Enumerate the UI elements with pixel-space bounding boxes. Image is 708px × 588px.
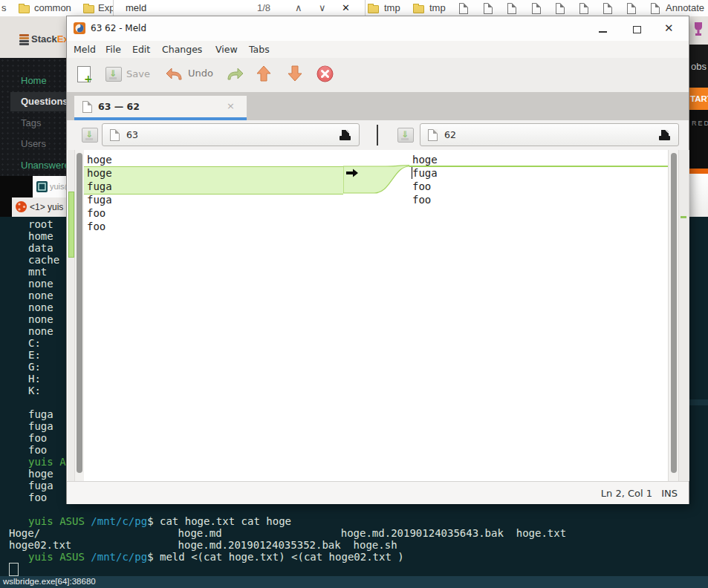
menu-meld[interactable]: Meld <box>74 44 96 55</box>
terminal-tabbar: <1> yuis <box>0 197 67 217</box>
menu-view[interactable]: View <box>215 44 238 55</box>
doc-tab-icon[interactable] <box>627 3 636 14</box>
file-actions-icon[interactable] <box>658 130 671 141</box>
change-marker[interactable] <box>68 192 74 258</box>
orange-strip <box>689 169 708 174</box>
doc-tab-icon[interactable] <box>459 3 468 14</box>
right-file-button[interactable]: 62 <box>420 123 679 146</box>
stop-icon <box>316 65 334 82</box>
maximize-button[interactable] <box>633 26 641 33</box>
doc-tab-icon[interactable] <box>507 3 516 14</box>
menu-file[interactable]: File <box>105 44 121 55</box>
terminal-line: fuga <box>28 480 53 491</box>
meld-statusbar: Ln 2, Col 1 INS <box>67 481 689 504</box>
sidebar-item-home[interactable]: Home <box>21 75 47 86</box>
previous-change-button[interactable] <box>256 65 271 85</box>
stop-button[interactable] <box>316 65 334 85</box>
doc-tab-icon[interactable] <box>532 3 541 14</box>
tab-close-icon[interactable]: × <box>227 100 235 111</box>
terminal-line: H: <box>28 373 41 385</box>
tab-common[interactable]: common <box>34 2 71 13</box>
doc-tab-icon[interactable] <box>556 3 565 14</box>
terminal-tab-label[interactable]: <1> yuis <box>30 202 63 212</box>
sidebar-item-tags[interactable]: Tags <box>21 117 41 128</box>
chunk-link-shape <box>343 150 409 481</box>
meld-titlebar[interactable]: 63 62 - Meld ✕ <box>67 16 689 41</box>
tab-label: 63 — 62 <box>98 101 140 112</box>
stackexchange-logo[interactable]: StackExc <box>31 33 67 45</box>
terminal-line: root <box>28 218 53 230</box>
save-left-icon[interactable]: ⇓ <box>82 128 98 143</box>
find-prev-icon[interactable]: ∧ <box>295 2 302 13</box>
arrow-up-icon <box>256 65 271 82</box>
tab-tmp-1[interactable]: tmp <box>384 2 400 13</box>
terminal-line: data <box>28 242 53 254</box>
meld-toolbar: + ⇓ Save Undo <box>67 58 689 93</box>
change-tick[interactable] <box>681 216 686 218</box>
doc-tab-icon[interactable] <box>603 3 612 14</box>
find-query[interactable]: meld <box>126 2 146 13</box>
folder-icon <box>368 5 379 13</box>
right-scrollbar-thumb[interactable] <box>671 153 677 473</box>
save-icon: ⇓ <box>105 67 122 82</box>
redo-button[interactable] <box>225 64 244 86</box>
page-icon <box>428 129 438 141</box>
left-scrollbar-thumb[interactable] <box>77 153 82 473</box>
terminal-line: cache <box>28 254 59 266</box>
terminal-line: E: <box>28 349 41 361</box>
doc-tab-icon[interactable] <box>651 3 660 14</box>
right-text-pane[interactable]: hoge fuga foo foo <box>409 150 668 481</box>
terminal-line: fuga <box>28 420 53 432</box>
sidebar-item-questions[interactable]: Questions <box>21 96 68 107</box>
menu-tabs[interactable]: Tabs <box>249 44 270 55</box>
terminal-line: none <box>28 313 53 325</box>
terminal-bottom: yuis ASUS /mnt/c/pg$ cat hoge.txt cat ho… <box>0 503 708 576</box>
terminal-cursor <box>9 563 19 576</box>
start-button-fragment[interactable]: TART <box>689 88 708 110</box>
terminal-statusbar: wslbridge.exe[64]:38680 <box>0 576 708 588</box>
menu-changes[interactable]: Changes <box>162 44 202 55</box>
undo-button[interactable]: Undo <box>165 64 184 86</box>
terminal-line: foo <box>28 432 47 444</box>
save-right-icon[interactable]: ⇓ <box>397 128 414 143</box>
jobs-fragment: obs <box>689 45 708 88</box>
new-comparison-icon[interactable]: + <box>77 66 91 82</box>
insert-mode-indicator: INS <box>661 488 678 499</box>
sidebar-item-users[interactable]: Users <box>21 138 46 149</box>
meld-tabstrip: 63 — 62 × <box>67 92 689 121</box>
terminal-ls-line: Hoge/ hoge.md hoge.md.20190124035643.bak… <box>9 527 566 539</box>
diff-line: fuga <box>87 180 112 193</box>
stackexchange-sidebar: Home Questions Tags Users Unanswered <box>0 58 67 176</box>
terminal-prompt-line: yuis ASUS /mnt/c/pg$ meld <(cat hoge.txt… <box>28 551 404 563</box>
text-cursor <box>412 167 412 179</box>
tab-tmp-2[interactable]: tmp <box>429 2 446 13</box>
left-file-label: 63 <box>126 129 138 140</box>
meld-menubar: Meld File Edit Changes View Tabs <box>67 41 689 59</box>
doc-tab-icon[interactable] <box>579 3 588 14</box>
insertion-line <box>409 166 668 167</box>
left-file-button[interactable]: 63 <box>102 123 360 146</box>
pane-splitter[interactable] <box>377 125 378 146</box>
diff-line: foo <box>87 220 105 233</box>
terminal-line: foo <box>28 444 47 456</box>
find-close-icon[interactable]: ✕ <box>342 2 350 13</box>
push-change-arrow-icon[interactable] <box>345 168 359 178</box>
folder-icon <box>19 5 30 13</box>
find-bar: meld 1/8 ∧ ∨ ✕ <box>113 0 366 16</box>
diff-line: fuga <box>87 193 112 206</box>
partial-tab-label[interactable]: s <box>1 2 7 13</box>
menu-edit[interactable]: Edit <box>132 44 150 55</box>
terminal-status-text: wslbridge.exe[64]:38680 <box>3 577 96 586</box>
doc-tab-icon[interactable] <box>484 3 493 14</box>
find-next-icon[interactable]: ∨ <box>319 2 326 13</box>
editor-tab-bar: s common Exp meld 1/8 ∧ ∨ ✕ tmp tmp Anno… <box>0 0 708 17</box>
close-button[interactable]: ✕ <box>664 22 674 35</box>
terminal-titlebar: yuis@DES <box>0 176 67 197</box>
left-text-pane[interactable]: hoge hoge fuga fuga foo foo <box>84 150 343 481</box>
file-actions-icon[interactable] <box>339 130 351 141</box>
next-change-button[interactable] <box>288 65 302 85</box>
right-overview-map[interactable] <box>678 150 689 481</box>
terminal-line: none <box>28 278 53 290</box>
minimize-button[interactable] <box>599 31 607 33</box>
comparison-tab[interactable]: 63 — 62 × <box>74 96 247 117</box>
